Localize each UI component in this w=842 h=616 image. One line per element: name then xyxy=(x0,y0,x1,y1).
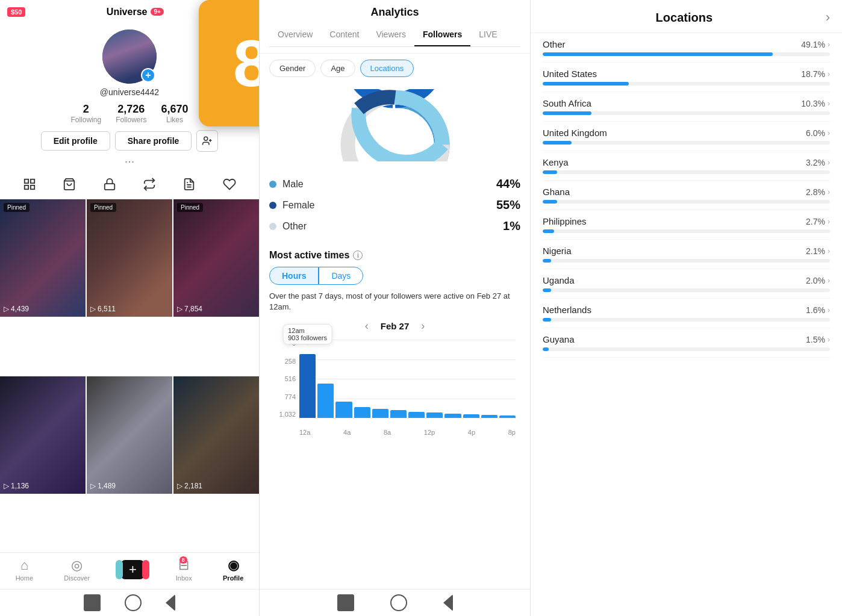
list-item[interactable]: Ghana 2.8% › xyxy=(543,181,830,210)
list-item[interactable]: Other 49.1% › xyxy=(543,33,830,63)
username-text: Universe xyxy=(107,7,148,17)
female-row: Female 55% xyxy=(269,198,520,212)
back-button[interactable] xyxy=(166,594,175,611)
tab-content[interactable]: Content xyxy=(321,23,367,46)
bar-7 xyxy=(408,412,425,418)
location-bar-track xyxy=(543,288,830,292)
locations-title: Locations xyxy=(656,11,713,25)
list-item[interactable]: Uganda 2.0% › xyxy=(543,269,830,299)
square-button[interactable] xyxy=(84,594,101,611)
analytics-title: Analytics xyxy=(269,6,520,19)
video-views: ▷7,854 xyxy=(177,305,202,313)
location-pct: 6.0% › xyxy=(806,128,830,138)
video-cell[interactable]: Pinned ▷7,854 xyxy=(173,199,259,317)
create-button[interactable]: + xyxy=(120,560,145,579)
lock-icon[interactable] xyxy=(103,178,116,194)
list-item[interactable]: United States 18.7% › xyxy=(543,63,830,92)
circle-button[interactable] xyxy=(125,594,142,611)
nav-inbox[interactable]: ⊟ 8 Inbox xyxy=(176,558,192,582)
likes-label: Likes xyxy=(161,116,189,124)
shop-icon[interactable] xyxy=(63,178,76,194)
location-bar-track xyxy=(543,170,830,174)
bar-9 xyxy=(444,414,461,418)
other-gender-row: Other 1% xyxy=(269,219,520,233)
video-cell[interactable]: Pinned ▷6,511 xyxy=(87,199,172,317)
location-pct: 2.1% › xyxy=(806,246,830,256)
nav-inbox-label: Inbox xyxy=(176,574,192,582)
filter-age[interactable]: Age xyxy=(320,60,355,77)
list-item[interactable]: South Africa 10.3% › xyxy=(543,92,830,122)
prev-date-arrow[interactable]: ‹ xyxy=(365,320,369,332)
tab-overview[interactable]: Overview xyxy=(269,23,321,46)
middle-panel: Analytics Overview Content Viewers Follo… xyxy=(259,0,530,616)
close-icon[interactable]: › xyxy=(826,10,830,25)
avatar-plus-button[interactable]: + xyxy=(141,68,155,82)
list-item[interactable]: United Kingdom 6.0% › xyxy=(543,122,830,151)
back-button-mid[interactable] xyxy=(443,594,453,611)
tab-viewers[interactable]: Viewers xyxy=(367,23,414,46)
female-label: Female xyxy=(269,200,314,211)
nav-create[interactable]: + xyxy=(120,560,145,579)
filter-locations[interactable]: Locations xyxy=(360,60,414,77)
home-icon: ⌂ xyxy=(20,558,28,573)
bars-container: 12am 903 followers xyxy=(299,340,516,418)
male-label: Male xyxy=(269,179,304,190)
bar-6 xyxy=(390,410,407,418)
toggle-hours[interactable]: Hours xyxy=(269,267,319,285)
bar-tooltip: 12am 903 followers xyxy=(282,324,332,344)
location-bar-fill xyxy=(543,82,629,86)
toggle-days[interactable]: Days xyxy=(319,267,363,285)
list-item[interactable]: Nigeria 2.1% › xyxy=(543,240,830,269)
add-user-icon xyxy=(202,135,213,146)
nav-discover[interactable]: ◎ Discover xyxy=(64,558,90,582)
video-cell[interactable]: Pinned ▷4,439 xyxy=(0,199,86,317)
most-active-times: Most active times i Hours Days Over the … xyxy=(260,250,530,438)
grid-view-icon[interactable] xyxy=(23,178,36,194)
video-cell[interactable]: ▷1,489 xyxy=(87,376,172,494)
following-value: 2 xyxy=(70,103,101,116)
bottom-nav: ⌂ Home ◎ Discover + ⊟ 8 Inbox ◉ Profile xyxy=(0,552,259,589)
next-date-arrow[interactable]: › xyxy=(421,320,425,332)
location-name: Kenya xyxy=(543,157,569,167)
video-cell[interactable]: ▷2,181 xyxy=(173,376,259,494)
likes-icon[interactable] xyxy=(223,178,236,194)
edit-profile-button[interactable]: Edit profile xyxy=(41,131,110,151)
right-header: Locations › xyxy=(531,0,842,33)
list-item[interactable]: Netherlands 1.6% › xyxy=(543,299,830,328)
square-button-mid[interactable] xyxy=(337,594,354,611)
svg-rect-5 xyxy=(25,185,28,189)
location-bar-fill xyxy=(543,259,551,263)
playlist-icon[interactable] xyxy=(182,178,196,194)
list-item[interactable]: Guyana 1.5% › xyxy=(543,328,830,358)
tab-followers[interactable]: Followers xyxy=(414,23,470,46)
repost-icon[interactable] xyxy=(143,178,156,194)
username-badge: 9+ xyxy=(151,8,163,16)
add-user-button[interactable] xyxy=(196,130,218,152)
location-pct: 3.2% › xyxy=(806,158,830,167)
list-item[interactable]: Kenya 3.2% › xyxy=(543,151,830,181)
nav-profile[interactable]: ◉ Profile xyxy=(223,558,243,582)
y-axis-labels: 1,032 774 516 258 0 xyxy=(269,340,298,418)
female-pct: 55% xyxy=(496,198,520,212)
bar-11 xyxy=(481,415,497,418)
top-username: Universe 9+ xyxy=(107,7,164,17)
following-stat: 2 Following xyxy=(70,103,101,124)
video-views: ▷4,439 xyxy=(4,305,29,313)
nav-home-label: Home xyxy=(16,574,33,582)
tab-live[interactable]: LIVE xyxy=(470,23,505,46)
bar-10 xyxy=(463,414,479,418)
filter-gender[interactable]: Gender xyxy=(269,60,316,77)
circle-button-mid[interactable] xyxy=(390,594,407,611)
followers-stat: 2,726 Followers xyxy=(116,103,146,124)
nav-home[interactable]: ⌂ Home xyxy=(16,558,33,582)
location-name: South Africa xyxy=(543,98,591,108)
donut-svg xyxy=(335,89,455,161)
profile-more[interactable]: ··· xyxy=(125,154,135,168)
bar-12 xyxy=(499,415,516,418)
video-cell[interactable]: ▷1,136 xyxy=(0,376,86,494)
location-name: Other xyxy=(543,39,566,49)
location-bar-fill xyxy=(543,111,591,115)
share-profile-button[interactable]: Share profile xyxy=(115,131,192,151)
list-item[interactable]: Philippines 2.7% › xyxy=(543,210,830,240)
location-name: United Kingdom xyxy=(543,128,607,138)
